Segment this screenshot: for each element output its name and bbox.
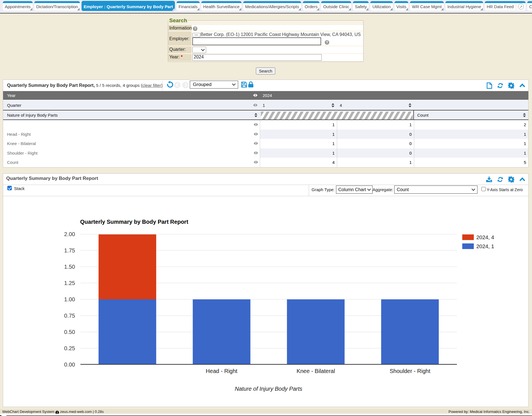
svg-text:0.00: 0.00: [64, 361, 75, 368]
svg-text:0.75: 0.75: [64, 313, 75, 319]
svg-text:0.50: 0.50: [64, 329, 75, 335]
svg-text:Shoulder - Right: Shoulder - Right: [390, 368, 430, 374]
svg-text:Nature of Injury Body Parts: Nature of Injury Body Parts: [235, 386, 302, 392]
svg-text:Quarterly Summary by Body Part: Quarterly Summary by Body Part Report: [80, 219, 188, 225]
svg-text:Knee - Bilateral: Knee - Bilateral: [297, 368, 335, 374]
svg-text:1.50: 1.50: [64, 264, 75, 270]
svg-text:2024, 4: 2024, 4: [476, 234, 494, 240]
svg-text:0.25: 0.25: [64, 345, 75, 351]
svg-text:Head - Right: Head - Right: [206, 368, 238, 374]
svg-text:2024, 1: 2024, 1: [476, 243, 494, 249]
svg-text:1.25: 1.25: [64, 280, 75, 286]
svg-text:1.00: 1.00: [64, 296, 75, 302]
svg-text:1.75: 1.75: [64, 247, 75, 254]
svg-text:2.00: 2.00: [64, 231, 75, 237]
